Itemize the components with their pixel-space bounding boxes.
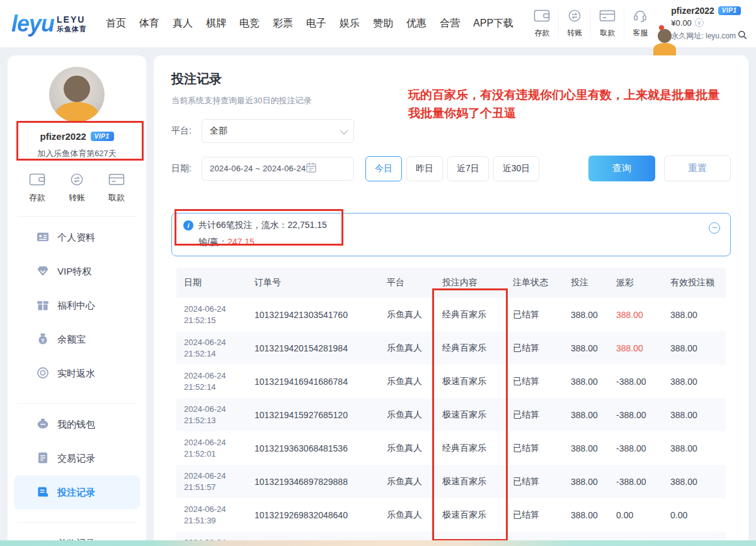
nav-item[interactable]: 电竞 bbox=[239, 17, 260, 30]
top-navbar: leyu LEYU 乐鱼体育 首页体育真人棋牌电竞彩票电子娱乐赞助优惠合营APP… bbox=[0, 0, 756, 48]
summary-totals: 共计66笔投注，流水：22,751.15 bbox=[198, 220, 327, 231]
platform-label: 平台: bbox=[171, 125, 202, 137]
wallet-icon bbox=[534, 9, 550, 25]
date-range-value: 2024-06-24 ~ 2024-06-24 bbox=[210, 164, 306, 173]
divider bbox=[18, 403, 136, 404]
sidebar-deposit-button[interactable]: 存款 bbox=[29, 173, 45, 203]
column-header: 平台 bbox=[379, 268, 435, 298]
sidebar-item-yuebao[interactable]: 余额宝 bbox=[14, 322, 140, 356]
range-button[interactable]: 昨日 bbox=[406, 156, 443, 181]
nav-item[interactable]: 赞助 bbox=[373, 17, 393, 30]
winloss-label: 输/赢： bbox=[198, 237, 227, 247]
nav-item[interactable]: APP下载 bbox=[473, 17, 513, 30]
table-row[interactable]: 2024-06-2421:52:15 1013219421303541760 乐… bbox=[176, 298, 726, 331]
main-nav: 首页体育真人棋牌电竞彩票电子娱乐赞助优惠合营APP下载 bbox=[106, 17, 513, 30]
profile-vip-badge: VIP1 bbox=[91, 132, 114, 141]
nav-item[interactable]: 首页 bbox=[106, 17, 126, 30]
bottom-banner-strip bbox=[0, 540, 756, 546]
sidebar-transfer-button[interactable]: 转账 bbox=[69, 173, 85, 203]
column-header: 投注 bbox=[563, 268, 609, 298]
id-card-icon bbox=[37, 230, 49, 245]
platform-select[interactable]: 全部 bbox=[202, 119, 354, 143]
deposit-button[interactable]: 存款 bbox=[525, 9, 558, 38]
permanent-url: 永久网址: leyu.com bbox=[671, 32, 736, 40]
table-row[interactable]: 2024-06-2421:51:57 1013219346897829888 乐… bbox=[176, 465, 726, 498]
wallet-icon bbox=[29, 173, 45, 188]
profile-username: pfizer2022 bbox=[40, 131, 86, 142]
calendar-icon bbox=[306, 162, 317, 176]
nav-item[interactable]: 真人 bbox=[173, 17, 193, 30]
rebate-circle-icon bbox=[37, 367, 49, 381]
customer-service-button[interactable]: 客服 bbox=[624, 9, 656, 38]
range-button[interactable]: 近7日 bbox=[447, 156, 489, 181]
sidebar-item-transactions[interactable]: 交易记录 bbox=[14, 441, 140, 475]
column-header: 派彩 bbox=[609, 268, 663, 298]
sidebar-item-bet-records[interactable]: 投注记录 bbox=[14, 475, 140, 509]
nav-item[interactable]: 体育 bbox=[139, 17, 159, 30]
nav-item[interactable]: 娱乐 bbox=[340, 17, 360, 30]
reset-button[interactable]: 重置 bbox=[664, 156, 731, 181]
nav-item[interactable]: 棋牌 bbox=[206, 17, 226, 30]
table-row[interactable]: 2024-06-2421:51:39 1013219269832048640 乐… bbox=[176, 498, 726, 532]
transfer-icon bbox=[70, 173, 84, 188]
card-icon bbox=[599, 9, 616, 25]
column-header: 投注内容 bbox=[435, 268, 505, 298]
search-button[interactable]: 查询 bbox=[588, 156, 655, 181]
column-header: 订单号 bbox=[247, 268, 379, 298]
divider bbox=[18, 216, 136, 217]
range-button[interactable]: 今日 bbox=[365, 156, 402, 181]
date-range-input[interactable]: 2024-06-24 ~ 2024-06-24 bbox=[202, 157, 354, 181]
sidebar-item-rebate[interactable]: 实时返水 bbox=[14, 356, 140, 390]
card-icon bbox=[108, 173, 125, 188]
table-row[interactable]: 2024-06-2421:52:13 1013219415927685120 乐… bbox=[176, 398, 726, 431]
piggy-bank-icon bbox=[37, 418, 49, 432]
logo-wordmark: leyu bbox=[11, 11, 54, 37]
nav-item[interactable]: 电子 bbox=[306, 17, 326, 30]
transfer-icon bbox=[568, 9, 581, 25]
document-icon bbox=[37, 452, 49, 466]
quick-range-group: 今日昨日近7日近30日 bbox=[365, 156, 539, 181]
username: pfizer2022 bbox=[671, 6, 714, 15]
sidebar-item-vip[interactable]: VIP特权 bbox=[14, 254, 140, 288]
sidebar: pfizer2022 VIP1 加入乐鱼体育第627天 存款 转账 取款 个人资 bbox=[8, 55, 146, 546]
summary-bar: i 共计66笔投注，流水：22,751.15 输/赢：247.15 − bbox=[171, 213, 731, 256]
page-subtitle: 当前系统支持查询最近30日的投注记录 bbox=[171, 95, 731, 106]
nav-item[interactable]: 彩票 bbox=[273, 17, 293, 30]
table-row[interactable]: 2024-06-2421:52:14 1013219420154281984 乐… bbox=[176, 331, 726, 365]
sidebar-withdraw-button[interactable]: 取款 bbox=[108, 173, 125, 203]
search-icon[interactable] bbox=[738, 30, 747, 41]
table-row[interactable]: 2024-06-2421:52:14 1013219416941686784 乐… bbox=[176, 365, 726, 398]
table-row[interactable]: 2024-06-2421:52:01 1013219363068481536 乐… bbox=[176, 431, 726, 465]
site-logo[interactable]: leyu LEYU 乐鱼体育 bbox=[11, 11, 87, 37]
table-body: 2024-06-2421:52:15 1013219421303541760 乐… bbox=[176, 298, 726, 546]
date-filter-row: 日期: 2024-06-24 ~ 2024-06-24 今日昨日近7日近30日 … bbox=[171, 156, 731, 181]
transfer-button[interactable]: 转账 bbox=[558, 9, 590, 38]
collapse-icon[interactable]: − bbox=[709, 222, 720, 234]
main-panel: 投注记录 当前系统支持查询最近30日的投注记录 平台: 全部 日期: 2024-… bbox=[154, 55, 748, 546]
winloss-value: 247.15 bbox=[227, 237, 255, 247]
refresh-balance-icon[interactable]: ∨ bbox=[695, 18, 704, 27]
sidebar-item-wallet[interactable]: 我的钱包 bbox=[14, 407, 140, 441]
logo-subtitle: LEYU 乐鱼体育 bbox=[57, 15, 87, 33]
column-header: 日期 bbox=[176, 268, 247, 298]
join-days-text: 加入乐鱼体育第627天 bbox=[8, 148, 146, 159]
info-icon: i bbox=[183, 220, 193, 230]
platform-selected-value: 全部 bbox=[210, 125, 227, 137]
divider bbox=[18, 522, 136, 523]
notification-dot bbox=[659, 25, 664, 30]
range-button[interactable]: 近30日 bbox=[493, 156, 540, 181]
page-title: 投注记录 bbox=[171, 71, 731, 88]
chevron-down-icon bbox=[340, 126, 348, 134]
gift-icon bbox=[37, 299, 49, 313]
bet-record-icon bbox=[37, 486, 49, 500]
sidebar-item-welfare[interactable]: 福利中心 bbox=[14, 288, 140, 322]
withdraw-button[interactable]: 取款 bbox=[590, 9, 624, 38]
nav-item[interactable]: 优惠 bbox=[406, 17, 427, 30]
platform-filter-row: 平台: 全部 bbox=[171, 119, 731, 143]
vip-badge: VIP1 bbox=[718, 6, 742, 15]
nav-item[interactable]: 合营 bbox=[440, 17, 460, 30]
sidebar-item-profile[interactable]: 个人资料 bbox=[14, 220, 140, 254]
profile-avatar[interactable] bbox=[49, 67, 105, 122]
balance-amount: ¥0.00 bbox=[671, 19, 692, 27]
column-header: 注单状态 bbox=[505, 268, 563, 298]
